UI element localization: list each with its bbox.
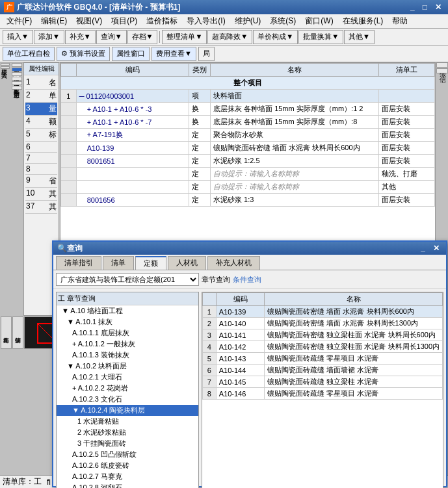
btn-other[interactable]: 其他▼ xyxy=(344,30,375,44)
condition-query[interactable]: 条件查询 xyxy=(233,275,261,285)
tree-item-a10-1[interactable]: ▼ A.10.1 抹灰 xyxy=(57,316,198,327)
prop-key-4: 4 xyxy=(26,116,31,127)
result-row[interactable]: 1 A10-139 镶贴陶瓷面砖密缝 墙面 水泥膏 块料周长600内 xyxy=(203,306,443,318)
result-row[interactable]: 8 A10-146 镶贴陶瓷面砖疏缝 零星项目 水泥膏 xyxy=(203,388,443,400)
result-row[interactable]: 4 A10-142 镶贴陶瓷面砖密缝 独立梁柱面 水泥膏 块料周长1300内 xyxy=(203,341,443,353)
tab-input[interactable]: 输入 xyxy=(1,66,10,69)
btn-query[interactable]: 查询▼ xyxy=(96,30,127,44)
tab-list[interactable]: 清单 xyxy=(103,256,134,270)
btn-height[interactable]: 超高降效▼ xyxy=(207,30,252,44)
right-tab-info[interactable]: 信 xyxy=(436,68,448,73)
menu-import-export[interactable]: 导入导出(I) xyxy=(183,14,229,28)
sidebar-measures[interactable]: 措施项目 xyxy=(12,72,22,76)
tab-extra-labor[interactable]: 补充人材机 xyxy=(207,256,260,270)
menu-help[interactable]: 帮助 xyxy=(388,14,412,28)
menu-online[interactable]: 在线服务(L) xyxy=(339,14,388,28)
row-code[interactable]: ─ 011204003001 xyxy=(76,90,189,103)
menu-window[interactable]: 窗口(W) xyxy=(301,14,337,28)
btn-fee-view[interactable]: 费用查看▼ xyxy=(152,47,196,61)
menu-edit[interactable]: 编辑(E) xyxy=(37,14,71,28)
table-row[interactable]: A10-139 定 镶贴陶瓷面砖密缝 墙面 水泥膏 块料周长600内 面层安装 xyxy=(61,142,435,155)
menu-system[interactable]: 系统(S) xyxy=(266,14,300,28)
tree-item-a10-2-5[interactable]: A.10.2.5 凹凸假斩纹 xyxy=(57,449,198,460)
close-button[interactable]: ✕ xyxy=(432,3,444,12)
btn-organize[interactable]: 整理清单▼ xyxy=(162,30,207,44)
table-row[interactable]: + A10-1 + A10-6 * -7 换 底层抹灰 各种墙面 15mm 实际… xyxy=(61,116,435,129)
menu-project[interactable]: 项目(P) xyxy=(107,14,141,28)
tab-rebar[interactable]: 钢筋信 xyxy=(12,316,23,349)
btn-budget-settings[interactable]: ⚙ 预算书设置 xyxy=(57,47,110,61)
row-code[interactable] xyxy=(76,168,189,181)
tree-item-a10-2-2[interactable]: + A.10.2.2 花岗岩 xyxy=(57,383,198,394)
sidebar-fees[interactable]: 费用汇总 xyxy=(12,86,22,90)
table-row[interactable]: 定 自动提示：请输入名称简称 其他 xyxy=(61,181,435,194)
btn-unit-price[interactable]: 单价构成▼ xyxy=(253,30,298,44)
tree-item-cement-mortar[interactable]: 2 水泥砂浆粘贴 xyxy=(57,427,198,438)
prop-key-1: 1 xyxy=(26,77,31,88)
sidebar-items[interactable]: 分部分项 xyxy=(12,68,22,71)
sep1 xyxy=(159,31,160,43)
tab-labor[interactable]: 人材机 xyxy=(168,256,206,270)
tree-item-a10[interactable]: ▼ A.10 墙柱面工程 xyxy=(57,305,198,316)
tree-item-a10-1-2[interactable]: + A.10.1.2 一般抹灰 xyxy=(57,339,198,350)
row-code[interactable]: + A10-1 + A10-6 * -3 xyxy=(76,103,189,116)
tree-item-cement-paste[interactable]: 1 水泥膏粘贴 xyxy=(57,416,198,427)
btn-local[interactable]: 局 xyxy=(198,47,215,61)
btn-save[interactable]: 存档▼ xyxy=(127,30,158,44)
right-tab-report[interactable]: 报 xyxy=(436,62,448,68)
sidebar-labor[interactable]: 人材机汇总 xyxy=(12,81,22,85)
tree-item-a10-2-7[interactable]: A.10.2.7 马赛克 xyxy=(57,471,198,482)
menu-maintain[interactable]: 维护(U) xyxy=(231,14,265,28)
row-code[interactable]: + A7-191换 xyxy=(76,129,189,142)
table-row[interactable]: 定 自动提示：请输入名称简称 釉洗、打磨 xyxy=(61,168,435,181)
table-row[interactable]: + A7-191换 定 聚合物防水砂浆 面层安装 xyxy=(61,129,435,142)
row-code[interactable] xyxy=(76,181,189,194)
result-num: 7 xyxy=(203,376,217,388)
btn-self-check[interactable]: 单位工程自检 xyxy=(3,47,55,61)
tree-item-a10-2-8[interactable]: A.10.2.8 河卵石 xyxy=(57,482,198,488)
tab-corner[interactable]: 布角筋 xyxy=(1,316,12,349)
table-row[interactable]: 8001651 定 水泥砂浆 1:2.5 面层安装 xyxy=(61,155,435,168)
quota-library-select[interactable]: 广东省建筑与装饰工程综合定额(201 xyxy=(56,273,199,286)
minimize-button[interactable]: _ xyxy=(408,3,417,12)
row-code[interactable]: 8001656 xyxy=(76,194,189,207)
btn-insert[interactable]: 插入▼ xyxy=(3,30,33,44)
row-code[interactable]: + A10-1 + A10-6 * -7 xyxy=(76,116,189,129)
tree-item-a10-2-1[interactable]: A.10.2.1 大理石 xyxy=(57,372,198,383)
table-row[interactable]: 8001656 定 水泥砂浆 1:3 面层安装 xyxy=(61,194,435,207)
menu-file[interactable]: 文件(F) xyxy=(3,14,36,28)
tree-item-a10-1-3[interactable]: A.10.1.3 装饰抹灰 xyxy=(57,350,198,361)
prop-row-6: 6 xyxy=(25,142,57,153)
table-row[interactable]: 1 ─ 011204003001 项 块料墙面 xyxy=(61,90,435,103)
menu-view[interactable]: 视图(V) xyxy=(72,14,106,28)
table-row[interactable]: + A10-1 + A10-6 * -3 换 底层抹灰 各种墙面 15mm 实际… xyxy=(61,103,435,116)
btn-supplement[interactable]: 补充▼ xyxy=(65,30,96,44)
tree-item-a10-2-3[interactable]: A.10.2.3 文化石 xyxy=(57,394,198,405)
btn-add[interactable]: 添加▼ xyxy=(34,30,64,44)
result-row[interactable]: 2 A10-140 镶贴陶瓷面砖密缝 墙面 水泥膏 块料周长1300内 xyxy=(203,318,443,329)
tree-item-a10-1-1[interactable]: A.10.1.1 底层抹灰 xyxy=(57,327,198,339)
tree-item-dry-hang[interactable]: 3 干挂陶瓷面砖 xyxy=(57,438,198,449)
result-row[interactable]: 6 A10-144 镶贴陶瓷面砖疏缝 墙面墙裙 水泥膏 xyxy=(203,365,443,376)
result-row[interactable]: 7 A10-145 镶贴陶瓷面砖疏缝 独立梁柱 水泥膏 xyxy=(203,376,443,388)
sidebar-other[interactable]: 其他项目 xyxy=(12,77,22,81)
row-code[interactable]: A10-139 xyxy=(76,142,189,155)
dialog-close[interactable]: ✕ xyxy=(430,244,442,253)
tree-item-a10-2-6[interactable]: A.10.2.6 纸皮瓷砖 xyxy=(57,460,198,471)
tab-list-guide[interactable]: 清单指引 xyxy=(56,256,101,270)
result-row[interactable]: 5 A10-143 镶贴陶瓷面砖疏缝 零星项目 水泥膏 xyxy=(203,353,443,365)
btn-property-window[interactable]: 属性窗口 xyxy=(112,47,150,61)
row-name: 底层抹灰 各种墙面 15mm 实际厚度（mm）:1 2 xyxy=(211,103,379,116)
btn-batch[interactable]: 批量换算▼ xyxy=(298,30,343,44)
sidebar-overview[interactable]: 工程概况 xyxy=(12,63,22,67)
menu-price[interactable]: 造价指标 xyxy=(142,14,181,28)
maximize-button[interactable]: □ xyxy=(420,3,430,12)
dialog-minimize[interactable]: _ xyxy=(418,244,428,253)
result-row[interactable]: 3 A10-141 镶贴陶瓷面砖密缝 独立梁柱面 水泥膏 块料周长600内 xyxy=(203,329,443,341)
tree-item-a10-2-4[interactable]: ▼ A.10.2.4 陶瓷块料层 xyxy=(57,405,198,416)
col-code: 编码 xyxy=(76,64,189,77)
row-code[interactable]: 8001651 xyxy=(76,155,189,168)
tab-quota[interactable]: 定额 xyxy=(135,256,166,270)
tab-floor[interactable]: 楼层 xyxy=(1,63,10,66)
tree-item-a10-2[interactable]: ▼ A.10.2 块料面层 xyxy=(57,361,198,372)
